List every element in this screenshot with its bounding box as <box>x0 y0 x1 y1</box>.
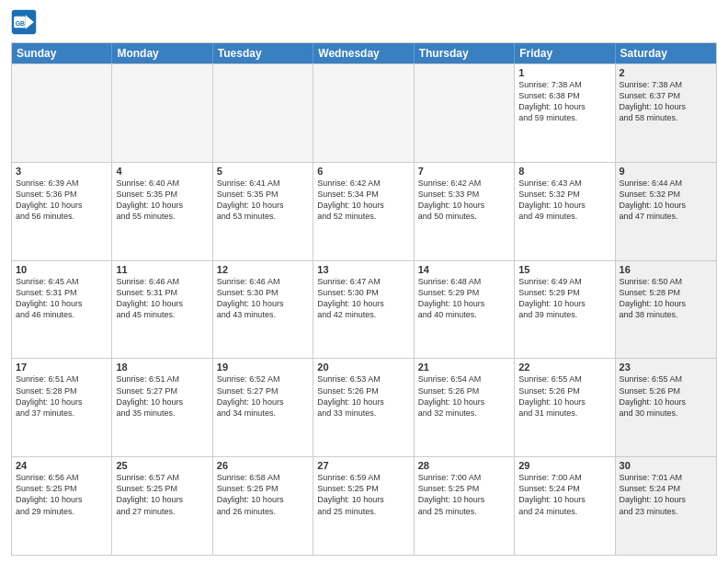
day-header-wednesday: Wednesday <box>313 43 414 63</box>
day-cell-2: 2Sunrise: 7:38 AMSunset: 6:37 PMDaylight… <box>616 64 716 162</box>
day-info: Sunrise: 6:47 AMSunset: 5:30 PMDaylight:… <box>317 276 409 321</box>
day-number: 11 <box>116 264 208 275</box>
day-cell-4: 4Sunrise: 6:40 AMSunset: 5:35 PMDaylight… <box>112 163 212 260</box>
day-info: Sunrise: 6:40 AMSunset: 5:35 PMDaylight:… <box>116 178 208 223</box>
day-info: Sunrise: 7:00 AMSunset: 5:25 PMDaylight:… <box>418 472 510 517</box>
day-number: 18 <box>116 362 208 373</box>
day-cell-1: 1Sunrise: 7:38 AMSunset: 6:38 PMDaylight… <box>515 64 615 162</box>
day-number: 25 <box>116 460 208 471</box>
day-info: Sunrise: 6:45 AMSunset: 5:31 PMDaylight:… <box>16 276 108 321</box>
day-number: 28 <box>418 460 510 471</box>
day-cell-6: 6Sunrise: 6:42 AMSunset: 5:34 PMDaylight… <box>313 163 414 260</box>
day-cell-15: 15Sunrise: 6:49 AMSunset: 5:29 PMDayligh… <box>515 261 615 359</box>
day-number: 24 <box>16 460 108 471</box>
empty-cell-0-3 <box>313 64 414 162</box>
day-info: Sunrise: 6:59 AMSunset: 5:25 PMDaylight:… <box>317 472 409 517</box>
day-cell-20: 20Sunrise: 6:53 AMSunset: 5:26 PMDayligh… <box>313 359 414 456</box>
day-cell-10: 10Sunrise: 6:45 AMSunset: 5:31 PMDayligh… <box>12 261 112 359</box>
day-number: 17 <box>16 362 108 373</box>
day-cell-16: 16Sunrise: 6:50 AMSunset: 5:28 PMDayligh… <box>616 261 716 359</box>
day-number: 9 <box>620 166 712 177</box>
day-number: 27 <box>317 460 409 471</box>
day-number: 8 <box>518 166 610 177</box>
day-header-sunday: Sunday <box>12 43 112 63</box>
day-info: Sunrise: 6:44 AMSunset: 5:32 PMDaylight:… <box>620 178 712 223</box>
day-number: 21 <box>418 362 510 373</box>
calendar-header: SundayMondayTuesdayWednesdayThursdayFrid… <box>12 43 716 63</box>
day-number: 20 <box>317 362 409 373</box>
day-cell-8: 8Sunrise: 6:43 AMSunset: 5:32 PMDaylight… <box>515 163 615 260</box>
empty-cell-0-0 <box>12 64 112 162</box>
day-number: 15 <box>518 264 610 275</box>
day-number: 3 <box>16 166 108 177</box>
day-header-monday: Monday <box>112 43 212 63</box>
day-info: Sunrise: 6:42 AMSunset: 5:33 PMDaylight:… <box>418 178 510 223</box>
day-cell-5: 5Sunrise: 6:41 AMSunset: 5:35 PMDaylight… <box>213 163 313 260</box>
page: GB SundayMondayTuesdayWednesdayThursdayF… <box>0 0 728 563</box>
day-cell-30: 30Sunrise: 7:01 AMSunset: 5:24 PMDayligh… <box>616 457 716 555</box>
day-info: Sunrise: 6:52 AMSunset: 5:27 PMDaylight:… <box>217 373 309 419</box>
day-info: Sunrise: 6:57 AMSunset: 5:25 PMDaylight:… <box>116 472 208 517</box>
day-info: Sunrise: 6:53 AMSunset: 5:26 PMDaylight:… <box>317 373 409 419</box>
calendar-row-1: 3Sunrise: 6:39 AMSunset: 5:36 PMDaylight… <box>12 162 716 260</box>
day-number: 10 <box>16 264 108 275</box>
day-header-tuesday: Tuesday <box>213 43 313 63</box>
day-number: 26 <box>217 460 309 471</box>
day-header-thursday: Thursday <box>415 43 515 63</box>
day-info: Sunrise: 6:48 AMSunset: 5:29 PMDaylight:… <box>418 276 510 321</box>
day-cell-25: 25Sunrise: 6:57 AMSunset: 5:25 PMDayligh… <box>112 457 212 555</box>
calendar-row-0: 1Sunrise: 7:38 AMSunset: 6:38 PMDaylight… <box>12 63 716 162</box>
day-number: 14 <box>418 264 510 275</box>
day-number: 12 <box>217 264 309 275</box>
empty-cell-0-2 <box>213 64 313 162</box>
day-info: Sunrise: 6:46 AMSunset: 5:30 PMDaylight:… <box>217 276 309 321</box>
day-number: 19 <box>217 362 309 373</box>
day-number: 23 <box>620 362 712 373</box>
day-number: 4 <box>116 166 208 177</box>
logo: GB <box>11 9 40 35</box>
day-header-saturday: Saturday <box>616 43 716 63</box>
empty-cell-0-4 <box>415 64 515 162</box>
day-info: Sunrise: 6:54 AMSunset: 5:26 PMDaylight:… <box>418 373 510 419</box>
day-cell-29: 29Sunrise: 7:00 AMSunset: 5:24 PMDayligh… <box>515 457 615 555</box>
day-info: Sunrise: 6:39 AMSunset: 5:36 PMDaylight:… <box>16 178 108 223</box>
day-cell-9: 9Sunrise: 6:44 AMSunset: 5:32 PMDaylight… <box>616 163 716 260</box>
day-info: Sunrise: 7:00 AMSunset: 5:24 PMDaylight:… <box>518 472 610 517</box>
day-number: 1 <box>518 67 610 78</box>
day-cell-7: 7Sunrise: 6:42 AMSunset: 5:33 PMDaylight… <box>415 163 515 260</box>
day-info: Sunrise: 6:42 AMSunset: 5:34 PMDaylight:… <box>317 178 409 223</box>
day-cell-3: 3Sunrise: 6:39 AMSunset: 5:36 PMDaylight… <box>12 163 112 260</box>
day-info: Sunrise: 6:41 AMSunset: 5:35 PMDaylight:… <box>217 178 309 223</box>
day-info: Sunrise: 6:56 AMSunset: 5:25 PMDaylight:… <box>16 472 108 517</box>
day-number: 22 <box>518 362 610 373</box>
empty-cell-0-1 <box>112 64 212 162</box>
day-cell-21: 21Sunrise: 6:54 AMSunset: 5:26 PMDayligh… <box>415 359 515 456</box>
day-number: 5 <box>217 166 309 177</box>
svg-text:GB: GB <box>16 20 26 27</box>
day-cell-24: 24Sunrise: 6:56 AMSunset: 5:25 PMDayligh… <box>12 457 112 555</box>
day-cell-26: 26Sunrise: 6:58 AMSunset: 5:25 PMDayligh… <box>213 457 313 555</box>
day-info: Sunrise: 6:43 AMSunset: 5:32 PMDaylight:… <box>518 178 610 223</box>
day-number: 29 <box>518 460 610 471</box>
day-info: Sunrise: 6:55 AMSunset: 5:26 PMDaylight:… <box>620 373 712 419</box>
day-cell-19: 19Sunrise: 6:52 AMSunset: 5:27 PMDayligh… <box>213 359 313 456</box>
day-cell-28: 28Sunrise: 7:00 AMSunset: 5:25 PMDayligh… <box>415 457 515 555</box>
day-info: Sunrise: 6:58 AMSunset: 5:25 PMDaylight:… <box>217 472 309 517</box>
day-info: Sunrise: 6:46 AMSunset: 5:31 PMDaylight:… <box>116 276 208 321</box>
day-number: 30 <box>620 460 712 471</box>
day-info: Sunrise: 6:51 AMSunset: 5:27 PMDaylight:… <box>116 373 208 419</box>
day-cell-18: 18Sunrise: 6:51 AMSunset: 5:27 PMDayligh… <box>112 359 212 456</box>
day-cell-14: 14Sunrise: 6:48 AMSunset: 5:29 PMDayligh… <box>415 261 515 359</box>
day-info: Sunrise: 7:01 AMSunset: 5:24 PMDaylight:… <box>620 472 712 517</box>
day-number: 7 <box>418 166 510 177</box>
day-info: Sunrise: 6:50 AMSunset: 5:28 PMDaylight:… <box>620 276 712 321</box>
day-number: 13 <box>317 264 409 275</box>
day-info: Sunrise: 6:55 AMSunset: 5:26 PMDaylight:… <box>518 373 610 419</box>
day-cell-27: 27Sunrise: 6:59 AMSunset: 5:25 PMDayligh… <box>313 457 414 555</box>
logo-icon: GB <box>11 9 37 35</box>
day-info: Sunrise: 6:51 AMSunset: 5:28 PMDaylight:… <box>16 373 108 419</box>
day-cell-12: 12Sunrise: 6:46 AMSunset: 5:30 PMDayligh… <box>213 261 313 359</box>
day-info: Sunrise: 7:38 AMSunset: 6:38 PMDaylight:… <box>518 79 610 124</box>
day-number: 16 <box>620 264 712 275</box>
day-number: 6 <box>317 166 409 177</box>
